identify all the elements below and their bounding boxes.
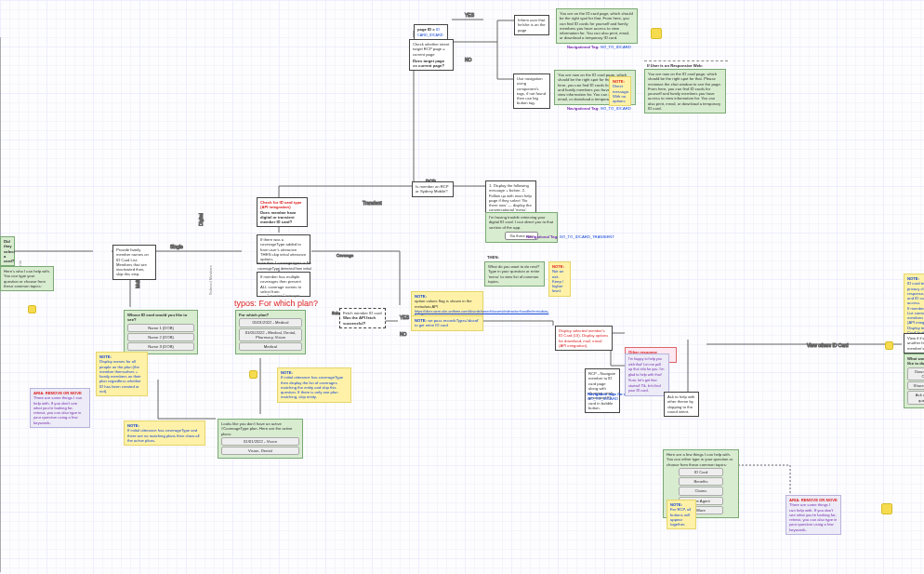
view-others-q: View if it's another family member's car… — [904, 333, 924, 354]
then-body-1: What do you want to do next? Type in you… — [484, 261, 545, 287]
active-plans: Looks like you don't have an active #Cov… — [218, 419, 303, 459]
topic-option[interactable]: Benefits — [679, 477, 723, 486]
typo-annotation: typos: For which plan? — [231, 297, 321, 311]
response-variations-body: I'm happy to help you with that! Let me … — [625, 354, 669, 396]
responsive-msg: You are now on the ID card page, which s… — [644, 69, 726, 113]
svg-text:YES: YES — [400, 314, 410, 320]
plan-list: For which plan? 01/01/2022 - Medical 01/… — [235, 310, 306, 354]
help-note: NOTE:For RCP, all buttons will appear to… — [667, 500, 696, 529]
whose-idcard: Whose ID card would you like to see? Nam… — [124, 310, 198, 354]
plan-option[interactable]: Medical — [239, 342, 302, 351]
connector-lines: YES NO RCP Transient Digital Coverage Si… — [0, 0, 924, 574]
trouble-nav-tag: Navigational Tag: GO_TO_IDCARD_TRANSIENT — [523, 233, 617, 241]
svg-text:Transient: Transient — [363, 200, 382, 206]
plan-option[interactable]: 01/01/2022 - Vision — [221, 437, 299, 446]
display-help-steps: 1. Display the following message + butto… — [485, 180, 536, 216]
member-option[interactable]: Name 3 (DOB) — [127, 342, 194, 351]
note-direct: NOTE:Direct message. With no options — [609, 76, 631, 106]
svg-text:YES: YES — [465, 12, 475, 18]
display-selected: Display selected member's ID Card (UI). … — [555, 326, 613, 351]
show-idcard-q: Did they select a card? — [0, 236, 15, 266]
then-label-1: THEN: — [484, 253, 502, 261]
svg-text:NO: NO — [400, 331, 407, 337]
plan-option[interactable]: 01/01/2022 - Medical — [239, 318, 302, 327]
page-id-box: page ID = ID CARD_IDCARD — [414, 24, 448, 40]
sticky-note-icon — [28, 305, 36, 314]
inform-user: Inform user that he/she is on the page — [514, 15, 549, 35]
next-option[interactable]: Download ID Card — [907, 367, 924, 381]
check-current-page: Check whether intent target RCP page = c… — [409, 39, 454, 71]
member-option[interactable]: Name 1 (DOB) — [127, 324, 194, 332]
plan-option[interactable]: 01/01/2022 - Medical, Dental, Pharmacy, … — [239, 328, 302, 342]
retire-note: NOTE: we pass recordsType='idcard' to ge… — [411, 315, 483, 331]
then-note: NOTE:Not an exit. Keep / higher level. — [548, 261, 571, 297]
svg-text:Digital: Digital — [198, 213, 204, 226]
next-option[interactable]: Share ID Card — [907, 381, 924, 390]
sticky-note-icon — [249, 370, 257, 379]
note-coverage: NOTE:If initial utterance has coverageTy… — [124, 420, 205, 446]
check-page-q: Does target page == current page? — [413, 59, 450, 69]
member-option[interactable]: Name 2 (DOB) — [127, 333, 194, 341]
topic-option[interactable]: Claims — [679, 487, 723, 495]
note-family: NOTE:Display names for all people on the… — [96, 352, 148, 396]
sticky-note-icon — [651, 28, 662, 39]
help-intro: Here's who I can help with. You can type… — [0, 266, 54, 291]
aria-remove-2: ARIA: REMOVE OR MOVEThere are some thing… — [785, 495, 841, 535]
aria-remove-1: ARIA: REMOVE OR MOVEThere are some thing… — [30, 388, 90, 428]
rcp-decision: Is member on RCP or Sydney Mobile? — [412, 181, 454, 197]
nav-tag-1: Navigational Tag: GO_TO_IDCARD — [564, 43, 634, 51]
sticky-note-icon — [881, 503, 892, 514]
sticky-note-icon — [885, 341, 893, 350]
svg-text:Coverage: Coverage — [337, 253, 354, 258]
family-list-note: Provide family member names on ID Card L… — [112, 245, 156, 280]
svg-text:Single: Single — [170, 244, 183, 249]
check-page-text: Check whether intent target RCP page = c… — [413, 42, 450, 57]
check-idcard-type: Check for ID card type (API integration)… — [257, 197, 308, 227]
ask-help: Ask to help with other theme by skipping… — [664, 392, 699, 417]
use-navigation: Use navigation using component's tags, i… — [513, 73, 550, 109]
svg-text:View others ID Card: View others ID Card — [807, 342, 849, 348]
plan-option[interactable]: Vision, Dental — [221, 447, 299, 455]
svg-text:NO: NO — [465, 57, 472, 62]
inform-user-msg: You are on the ID card page, which shoul… — [556, 8, 638, 44]
next-option[interactable]: Ask another question — [907, 391, 924, 405]
page-id-label: page ID = — [417, 27, 435, 32]
topic-option[interactable]: ID Card — [679, 468, 723, 476]
note-coverage2: NOTE:If initial utterance has coverageTy… — [277, 367, 351, 403]
fetch-idcard: Fetch member ID card Was the API fetch s… — [339, 308, 386, 328]
what-next: What would you like to do next Download … — [904, 354, 924, 408]
selected-members-label: Selected Members — [206, 251, 216, 298]
